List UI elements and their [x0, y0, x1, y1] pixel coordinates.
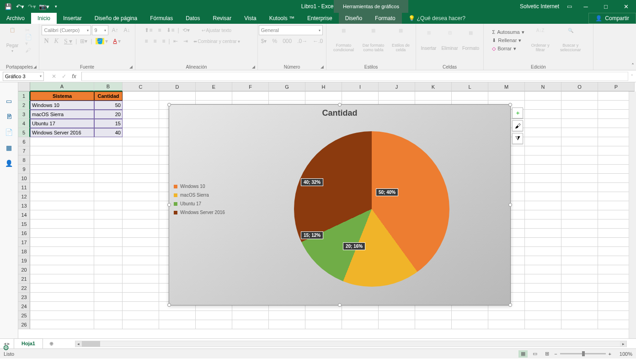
- row-header-6[interactable]: 6: [18, 137, 30, 146]
- cell-N22[interactable]: [525, 284, 561, 293]
- cell-C9[interactable]: [123, 165, 159, 174]
- cell-O18[interactable]: [561, 247, 598, 256]
- cell-E1[interactable]: [196, 91, 232, 101]
- cell-I1[interactable]: [342, 91, 379, 101]
- column-header-E[interactable]: E: [196, 82, 232, 91]
- cell-O15[interactable]: [561, 219, 598, 229]
- chart-object[interactable]: Cantidad Windows 10macOS SierraUbuntu 17…: [169, 104, 511, 305]
- cell-B2[interactable]: 50: [94, 101, 123, 110]
- tab-chart-design[interactable]: Diseño: [339, 13, 369, 24]
- cell-O2[interactable]: [561, 101, 598, 110]
- cell-C11[interactable]: [123, 183, 159, 192]
- hscroll-right-icon[interactable]: ▸: [620, 341, 626, 347]
- cell-N12[interactable]: [525, 192, 561, 201]
- cell-N26[interactable]: [525, 320, 561, 329]
- column-header-H[interactable]: H: [305, 82, 342, 91]
- nav-autotext-icon[interactable]: 🖹: [4, 112, 14, 122]
- cell-N23[interactable]: [525, 293, 561, 302]
- accounting-format-button[interactable]: $▾: [259, 36, 269, 46]
- cell-H25[interactable]: [305, 311, 342, 320]
- cell-B20[interactable]: [94, 265, 123, 274]
- number-dialog-launcher[interactable]: ◢: [321, 64, 325, 69]
- cell-O23[interactable]: [561, 293, 598, 302]
- cell-O8[interactable]: [561, 155, 598, 165]
- row-header-5[interactable]: 5: [18, 128, 30, 137]
- cell-C15[interactable]: [123, 219, 159, 229]
- cell-A21[interactable]: [30, 274, 94, 284]
- legend-item-2[interactable]: Ubuntu 17: [174, 201, 233, 206]
- row-header-19[interactable]: 19: [18, 256, 30, 265]
- row-header-11[interactable]: 11: [18, 183, 30, 192]
- cell-D26[interactable]: [159, 320, 196, 329]
- cell-N14[interactable]: [525, 210, 561, 219]
- normal-view-button[interactable]: ▦: [518, 350, 528, 358]
- delete-cells-button[interactable]: ⊟Eliminar: [440, 25, 460, 55]
- chart-styles-button[interactable]: 🖌: [512, 120, 523, 131]
- cell-N7[interactable]: [525, 146, 561, 155]
- cell-B14[interactable]: [94, 210, 123, 219]
- clear-button[interactable]: ◇Borrar ▾: [492, 44, 524, 53]
- maximize-button[interactable]: □: [596, 0, 616, 13]
- column-header-L[interactable]: L: [452, 82, 488, 91]
- formula-input[interactable]: [81, 72, 628, 81]
- cell-N13[interactable]: [525, 201, 561, 210]
- cell-B4[interactable]: 15: [94, 119, 123, 128]
- cell-A23[interactable]: [30, 293, 94, 302]
- tab-enterprise[interactable]: Enterprise: [301, 13, 339, 24]
- cell-N6[interactable]: [525, 137, 561, 146]
- column-header-G[interactable]: G: [269, 82, 305, 91]
- cell-A1[interactable]: Sistema: [30, 91, 94, 101]
- cell-A14[interactable]: [30, 210, 94, 219]
- row-header-17[interactable]: 17: [18, 238, 30, 247]
- ribbon-display-options-icon[interactable]: ▭: [563, 0, 576, 13]
- cell-B22[interactable]: [94, 284, 123, 293]
- italic-button[interactable]: K: [52, 36, 61, 46]
- align-bottom-button[interactable]: ⬇≡: [164, 25, 176, 35]
- clipboard-dialog-launcher[interactable]: ◢: [33, 64, 38, 69]
- cell-B19[interactable]: [94, 256, 123, 265]
- collapse-ribbon-button[interactable]: ˄: [631, 63, 634, 69]
- new-sheet-button[interactable]: ⊕: [47, 339, 57, 349]
- find-select-button[interactable]: 🔍Buscar y seleccionar: [556, 25, 585, 55]
- cell-L25[interactable]: [452, 311, 488, 320]
- cell-C16[interactable]: [123, 229, 159, 238]
- cell-C2[interactable]: [123, 101, 159, 110]
- cell-K1[interactable]: [415, 91, 452, 101]
- data-label-1[interactable]: 20; 16%: [343, 242, 365, 250]
- nav-columns-icon[interactable]: ▦: [4, 143, 14, 153]
- cell-C22[interactable]: [123, 284, 159, 293]
- tab-formulas[interactable]: Fórmulas: [144, 13, 179, 24]
- percent-format-button[interactable]: %: [270, 36, 279, 46]
- decrease-font-button[interactable]: A↓: [122, 25, 133, 35]
- cell-A26[interactable]: [30, 320, 94, 329]
- chart-handle-s[interactable]: [338, 303, 342, 307]
- cell-N3[interactable]: [525, 110, 561, 119]
- cell-C21[interactable]: [123, 274, 159, 284]
- column-header-D[interactable]: D: [159, 82, 196, 91]
- cell-B11[interactable]: [94, 183, 123, 192]
- cell-A12[interactable]: [30, 192, 94, 201]
- select-all-corner[interactable]: [18, 82, 30, 91]
- format-painter-button[interactable]: 🖌: [23, 45, 36, 55]
- cell-N18[interactable]: [525, 247, 561, 256]
- cell-O20[interactable]: [561, 265, 598, 274]
- row-header-23[interactable]: 23: [18, 293, 30, 302]
- cell-B15[interactable]: [94, 219, 123, 229]
- chart-handle-ne[interactable]: [508, 103, 512, 107]
- page-layout-view-button[interactable]: ▭: [530, 350, 540, 358]
- cell-C6[interactable]: [123, 137, 159, 146]
- decrease-decimal-button[interactable]: ←.0: [310, 36, 325, 46]
- cell-C17[interactable]: [123, 238, 159, 247]
- cell-F26[interactable]: [232, 320, 269, 329]
- font-size-combo[interactable]: 9: [92, 25, 108, 35]
- cell-C20[interactable]: [123, 265, 159, 274]
- cell-H1[interactable]: [305, 91, 342, 101]
- format-as-table-button[interactable]: ▦Dar formato como tabla: [359, 25, 388, 55]
- minimize-button[interactable]: ─: [576, 0, 596, 13]
- tab-page-layout[interactable]: Diseño de página: [88, 13, 144, 24]
- increase-decimal-button[interactable]: .0→: [295, 36, 310, 46]
- tab-home[interactable]: Inicio: [31, 13, 57, 24]
- chart-filters-button[interactable]: ⧩: [512, 133, 523, 144]
- cell-B10[interactable]: [94, 174, 123, 183]
- cell-N21[interactable]: [525, 274, 561, 284]
